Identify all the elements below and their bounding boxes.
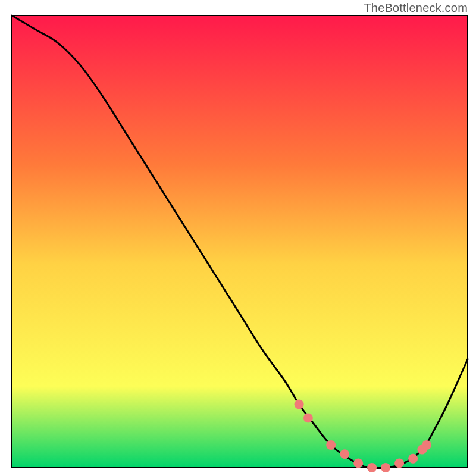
highlight-dot bbox=[408, 454, 418, 464]
chart-stage: TheBottleneck.com bbox=[0, 0, 476, 476]
highlight-dot bbox=[340, 449, 349, 459]
highlight-dot bbox=[303, 413, 313, 422]
highlight-dot bbox=[422, 440, 431, 450]
bottleneck-chart bbox=[0, 0, 476, 476]
watermark-text: TheBottleneck.com bbox=[364, 1, 468, 15]
highlight-dot bbox=[353, 458, 363, 468]
highlight-dot bbox=[367, 463, 377, 472]
highlight-dot bbox=[326, 440, 336, 450]
highlight-dot bbox=[394, 458, 404, 468]
highlight-dot bbox=[295, 400, 304, 409]
plot-background bbox=[12, 15, 468, 468]
highlight-dot bbox=[381, 463, 390, 472]
